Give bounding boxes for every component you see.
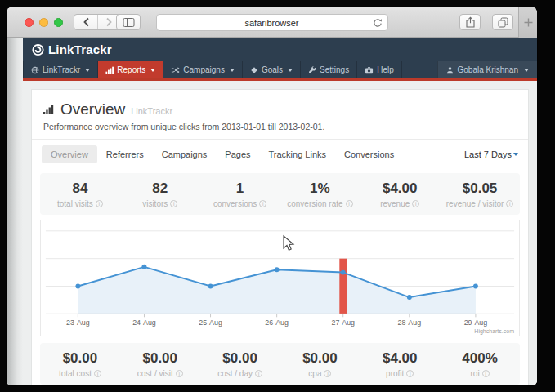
info-icon[interactable]: i [346,200,353,207]
browser-window: safaribrowser LinkTrackr [7,7,537,385]
new-tab-button[interactable] [518,7,537,38]
sidebar-icon [123,17,135,28]
tab-pages[interactable]: Pages [216,145,259,163]
close-window-button[interactable] [25,18,34,27]
sidebar-toggle-button[interactable] [116,14,141,30]
brand-name: LinkTrackr [48,42,112,56]
caret-down-icon [150,69,155,72]
tab-tracking-links[interactable]: Tracking Links [260,145,336,163]
chevron-right-icon [105,17,113,27]
linktrackr-logo-icon [31,42,45,56]
caret-down-icon [513,153,518,156]
goal-diamond-icon [250,66,258,74]
web-content: LinkTrackr LinkTrackr Reports Campaigns [7,38,537,385]
info-icon[interactable]: i [412,200,419,207]
caret-down-icon [524,69,529,72]
visits-chart: 23-Aug24-Aug25-Aug26-Aug27-Aug28-Aug29-A… [41,220,519,336]
svg-text:28-Aug: 28-Aug [398,318,422,327]
report-tabs: Overview Referrers Campaigns Pages Track… [32,140,528,169]
nav-label: Goals [262,65,283,74]
address-bar[interactable]: safaribrowser [156,14,388,31]
tab-campaigns[interactable]: Campaigns [153,145,217,163]
date-range-selector[interactable]: Last 7 Days [464,149,518,159]
nav-reports[interactable]: Reports [98,61,163,78]
minimize-window-button[interactable] [39,18,48,27]
share-button[interactable] [459,14,481,30]
share-icon [465,16,476,28]
stat-roi: 400%roii [440,350,520,378]
stat-visitors: 82visitorsi [120,180,200,208]
info-icon[interactable]: i [406,370,414,377]
address-text: safaribrowser [244,18,298,28]
caret-down-icon [230,69,235,72]
stat-cost-visit: $0.00cost / visiti [120,350,200,378]
svg-text:25-Aug: 25-Aug [199,318,222,327]
user-menu[interactable]: Gobala Krishnan [437,61,538,78]
nav-goals[interactable]: Goals [243,61,301,78]
svg-text:29-Aug: 29-Aug [464,318,488,327]
info-icon[interactable]: i [176,370,183,377]
app-header: LinkTrackr [23,38,537,61]
nav-linktrackr[interactable]: LinkTrackr [23,61,98,78]
screenshot-frame: safaribrowser LinkTrackr [0,0,555,392]
show-all-tabs-button[interactable] [492,14,513,30]
page-background: Overview LinkTrackr Performance overview… [23,81,537,385]
back-button[interactable] [74,15,97,29]
user-name: Gobala Krishnan [458,65,519,74]
info-icon[interactable]: i [324,370,331,377]
caret-down-icon [288,69,293,72]
chart-panel: 23-Aug24-Aug25-Aug26-Aug27-Aug28-Aug29-A… [40,220,520,336]
user-icon [446,66,454,74]
tab-conversions[interactable]: Conversions [335,145,403,163]
info-icon[interactable]: i [259,200,266,207]
plus-icon [524,18,533,27]
svg-text:23-Aug: 23-Aug [66,318,90,327]
page-header: Overview LinkTrackr Performance overview… [32,90,528,139]
info-icon[interactable]: i [170,200,177,207]
info-icon[interactable]: i [96,200,103,207]
mouse-cursor [283,235,295,252]
stat-total-visits: 84total visitsi [40,180,120,208]
wrench-icon [308,66,316,74]
info-icon[interactable]: i [506,200,513,207]
stat-cpa: $0.00cpai [280,350,360,378]
main-nav: LinkTrackr Reports Campaigns Goals [23,61,537,78]
page-title: Overview [60,100,125,118]
page-title-suffix: LinkTrackr [131,106,172,116]
nav-help[interactable]: Help [357,61,402,78]
nav-label: Help [377,65,394,74]
stat-revenue: $4.00revenuei [360,180,440,208]
window-controls [25,18,63,27]
stat-conversions: 1conversionsi [200,180,280,208]
caret-down-icon [85,69,90,72]
nav-label: LinkTrackr [43,65,80,74]
nav-label: Settings [320,65,349,74]
info-icon[interactable]: i [255,370,262,377]
tabs-icon [498,17,508,28]
stat-conversion-rate: 1%conversion ratei [280,180,360,208]
shuffle-icon [171,66,180,74]
fullscreen-window-button[interactable] [54,18,63,27]
nav-campaigns[interactable]: Campaigns [163,61,243,78]
svg-text:26-Aug: 26-Aug [265,318,289,327]
stats-row-top: 84total visitsi 82visitorsi 1conversions… [40,173,520,215]
content-card: Overview LinkTrackr Performance overview… [31,89,529,385]
camera-icon [365,66,374,74]
tab-overview[interactable]: Overview [42,145,97,163]
nav-label: Campaigns [183,65,225,74]
stat-revenue-visitor: $0.05revenue / visitori [440,180,520,208]
chevron-left-icon [83,17,90,27]
browser-titlebar: safaribrowser [7,7,537,38]
info-icon[interactable]: i [94,370,101,377]
date-range-label: Last 7 Days [464,149,512,159]
svg-text:27-Aug: 27-Aug [331,318,355,327]
tab-referrers[interactable]: Referrers [97,145,153,163]
highcharts-credit[interactable]: Highcharts.com [474,328,514,334]
reload-icon[interactable] [373,18,383,28]
stat-total-cost: $0.00total costi [40,350,120,378]
stat-cost-day: $0.00cost / dayi [200,350,280,378]
nav-settings[interactable]: Settings [301,61,357,78]
info-icon[interactable]: i [482,370,490,377]
history-nav-buttons [74,14,121,30]
stat-profit: $4.00profiti [360,350,440,378]
